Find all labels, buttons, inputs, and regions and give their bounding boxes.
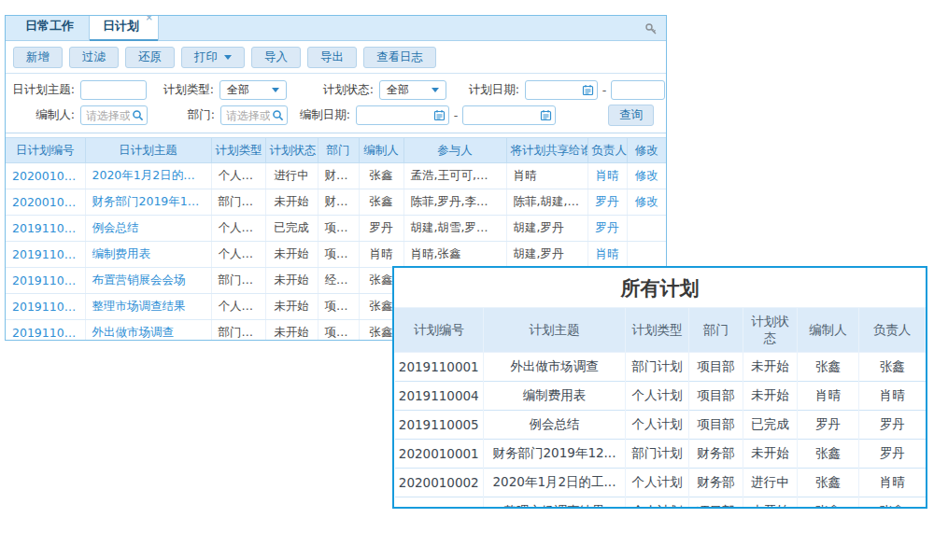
cell-plan-subject-link[interactable]: 例会总结 [85, 216, 211, 242]
filter-button[interactable]: 过滤 [69, 47, 119, 68]
column-header-shared-with: 将计划共享给谁 [506, 138, 587, 163]
cell-department: 项目部 [318, 242, 359, 268]
calendar-icon[interactable] [433, 109, 446, 124]
cell-modify-link[interactable]: 修改 [627, 163, 666, 189]
cell-creator: 张鑫 [798, 353, 859, 382]
cell-plan-id-link[interactable]: 2019110002 [6, 294, 85, 320]
calendar-icon[interactable] [582, 84, 594, 99]
cell-creator: 张鑫 [359, 189, 403, 216]
plan-type-value: 全部 [227, 82, 249, 98]
table-row: 2019110005 例会总结 个人计划 已完成 项目部 罗丹 胡建,胡雪,罗丹… [6, 216, 666, 242]
column-header-modify: 修改 [627, 138, 666, 163]
cell-modify-link[interactable]: 修改 [627, 189, 666, 216]
cell-plan-id-link[interactable]: 2020010001 [6, 189, 85, 216]
cell-department: 项目部 [689, 411, 743, 440]
search-icon[interactable] [132, 109, 144, 124]
cell-plan-subject: 编制费用表 [484, 382, 626, 411]
cell-plan-id-link[interactable]: 2019110001 [6, 320, 85, 342]
plan-type-select[interactable]: 全部 [219, 80, 287, 100]
cell-owner-link[interactable]: 罗丹 [587, 216, 627, 242]
cell-plan-id-link[interactable]: 2020010002 [6, 163, 85, 189]
cell-plan-subject-link[interactable]: 财务部门2019年12月的... [85, 189, 211, 216]
cell-department: 项目部 [689, 353, 743, 382]
view-log-button[interactable]: 查看日志 [363, 47, 436, 68]
cell-plan-id-link[interactable]: 2019110005 [6, 216, 85, 242]
cell-plan-type: 部门计划 [211, 189, 265, 216]
table-row: 2019110004 编制费用表 个人计划 项目部 未开始 肖晴 肖晴 [395, 382, 926, 411]
cell-plan-status: 已完成 [265, 216, 318, 242]
all-plans-table: 计划编号 计划主题 计划类型 部门 计划状态 编制人 负责人 201911000… [394, 307, 926, 509]
cell-plan-subject-link[interactable]: 整理市场调查结果 [85, 294, 211, 320]
create-date-start-field[interactable] [356, 105, 449, 125]
query-button[interactable]: 查询 [608, 105, 654, 126]
print-button[interactable]: 打印 [181, 47, 245, 68]
column-header-owner: 负责人 [587, 138, 627, 163]
table-row: 2020010002 2020年1月2日的工... 个人计划 财务部 进行中 张… [395, 469, 926, 497]
cell-department: 项目部 [689, 497, 743, 509]
plan-type-label: 计划类型: [147, 82, 219, 98]
key-icon[interactable] [644, 21, 658, 39]
search-icon[interactable] [272, 109, 284, 124]
column-header-department: 部门 [318, 138, 359, 163]
cell-plan-subject-link[interactable]: 编制费用表 [85, 242, 211, 268]
cell-plan-type: 个人计划 [626, 411, 689, 440]
plan-date-label: 计划日期: [446, 82, 525, 98]
cell-plan-status: 未开始 [265, 189, 318, 216]
cell-plan-type: 个人计划 [211, 242, 265, 268]
cell-participants: 胡建,胡雪,罗丹,任晓... [403, 216, 506, 242]
cell-department: 财务部 [318, 163, 359, 189]
cell-plan-subject: 例会总结 [484, 411, 626, 440]
cell-owner: 肖晴 [859, 469, 926, 497]
cell-department: 财务部 [689, 440, 743, 469]
cell-owner-link[interactable]: 罗丹 [587, 189, 627, 216]
column-header-plan-type: 计划类型 [626, 308, 689, 353]
plan-date-end-field[interactable] [611, 80, 665, 100]
table-header-row: 日计划编号 日计划主题 计划类型 计划状态 部门 编制人 参与人 将计划共享给谁… [6, 138, 666, 163]
table-row: 2020010001 财务部门2019年12月的... 部门计划 未开始 财务部… [6, 189, 666, 216]
create-date-end-field[interactable] [462, 105, 556, 125]
cell-department: 财务部 [318, 189, 359, 216]
cell-plan-status: 已完成 [743, 411, 798, 440]
cell-shared-with: 胡建,罗丹 [506, 216, 587, 242]
cell-modify-link[interactable] [627, 216, 666, 242]
cell-plan-subject-link[interactable]: 2020年1月2日的工作日... [85, 163, 211, 189]
cell-plan-type: 个人计划 [626, 497, 689, 509]
cell-plan-id: 2020010002 [395, 469, 484, 497]
cell-plan-status: 未开始 [265, 294, 318, 320]
cell-creator: 罗丹 [359, 216, 403, 242]
cell-plan-id-link[interactable]: 2019110004 [6, 242, 85, 268]
cell-plan-subject-link[interactable]: 外出做市场调查 [85, 320, 211, 342]
cell-plan-subject-link[interactable]: 布置营销展会会场 [85, 268, 211, 294]
chevron-down-icon [432, 88, 439, 92]
date-range-separator: - [598, 83, 611, 97]
cell-plan-type: 部门计划 [626, 353, 689, 382]
close-icon[interactable]: × [146, 15, 153, 22]
plan-status-select[interactable]: 全部 [379, 80, 446, 100]
creator-label: 编制人: [6, 107, 80, 123]
all-plans-report: 所有计划 计划编号 计划主题 计划类型 部门 计划状态 编制人 负责人 2019… [392, 266, 927, 509]
tab-daily-work[interactable]: 日常工作 [10, 15, 89, 40]
calendar-icon[interactable] [540, 109, 552, 124]
cell-modify-link[interactable] [627, 242, 666, 268]
cell-creator: 张鑫 [359, 163, 403, 189]
export-button[interactable]: 导出 [307, 47, 357, 68]
cell-plan-subject: 外出做市场调查 [484, 353, 626, 382]
table-header-row: 计划编号 计划主题 计划类型 部门 计划状态 编制人 负责人 [395, 308, 926, 353]
cell-owner-link[interactable]: 肖晴 [587, 242, 627, 268]
cell-plan-subject: 财务部门2019年12... [484, 440, 626, 469]
cell-owner-link[interactable]: 肖晴 [587, 163, 627, 189]
import-button[interactable]: 导入 [251, 47, 301, 68]
cell-plan-type: 部门计划 [211, 320, 265, 342]
cell-department: 项目部 [318, 294, 359, 320]
cell-department: 项目部 [318, 216, 359, 242]
cell-plan-id-link[interactable]: 2019110003 [6, 268, 85, 294]
tab-daily-plan[interactable]: 日计划 × [89, 15, 159, 41]
cell-plan-status: 进行中 [265, 163, 318, 189]
column-header-creator: 编制人 [798, 308, 859, 353]
subject-input[interactable] [81, 84, 146, 97]
add-button[interactable]: 新增 [13, 47, 63, 68]
plan-date-start-field[interactable] [525, 80, 598, 100]
restore-button[interactable]: 还原 [125, 47, 175, 68]
column-header-plan-subject: 计划主题 [484, 308, 626, 353]
plan-date-end-input[interactable] [612, 84, 664, 97]
